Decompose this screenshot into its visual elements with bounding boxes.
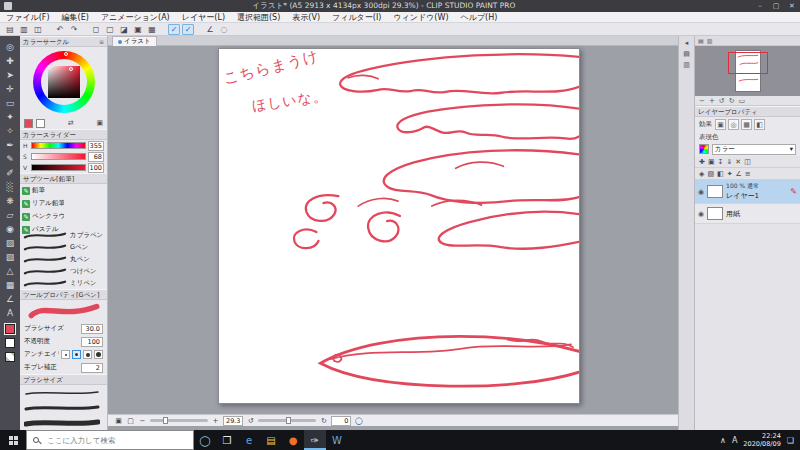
saturation-value[interactable]: 68 — [88, 152, 104, 162]
start-button[interactable] — [0, 430, 26, 450]
swap-colors-icon[interactable]: ⇄ — [68, 119, 74, 127]
layer-move-tool[interactable]: ✛ — [2, 82, 18, 96]
blend-tool[interactable]: ◉ — [2, 222, 18, 236]
layer-row-selected[interactable]: ◉ 100 % 通常 レイヤー1 ✎ — [695, 180, 800, 204]
redo-button[interactable]: ↷ — [68, 24, 80, 35]
antialias-strong-button[interactable] — [94, 350, 103, 359]
subtool-header[interactable]: サブツール[鉛筆] — [20, 173, 107, 184]
menu-item[interactable]: ウィンドウ(W) — [387, 12, 454, 23]
pen-subtool-item[interactable]: ミリペン — [20, 277, 107, 289]
sub-color-chip[interactable] — [5, 338, 15, 348]
open-file-button[interactable]: ▥ — [18, 24, 30, 35]
color-slider-header[interactable]: カラースライダー — [20, 129, 107, 140]
search-input[interactable] — [27, 431, 193, 449]
taskbar-firefox-icon[interactable]: ● — [282, 430, 304, 450]
notification-center-icon[interactable]: ❏ — [787, 436, 794, 445]
fit-to-screen-icon[interactable]: ▣ — [114, 417, 123, 425]
subtool-item[interactable]: ✎ 鉛筆 — [20, 184, 64, 197]
canvas-tab[interactable]: イラスト — [112, 36, 157, 46]
pen-tool[interactable]: ✒ — [2, 138, 18, 152]
ime-indicator[interactable]: A — [732, 436, 737, 445]
delete-layer-icon[interactable]: ✕ — [735, 158, 741, 166]
frame-border-tool[interactable]: ▦ — [2, 278, 18, 292]
zoom-tool[interactable]: ◎ — [2, 40, 18, 54]
pen-subtool-item[interactable]: カブラペン — [20, 229, 107, 241]
gradient-tool[interactable]: ▧ — [2, 250, 18, 264]
full-screen-icon[interactable]: ▢ — [126, 417, 135, 425]
taskbar-explorer-icon[interactable]: ▤ — [260, 430, 282, 450]
taskbar-task-view-icon[interactable]: ❐ — [216, 430, 238, 450]
material-panel-icon[interactable]: ▥ — [683, 61, 690, 69]
hue-slider[interactable] — [31, 142, 86, 149]
navigator-header[interactable]: ▤▥ — [695, 36, 800, 46]
selection-tool[interactable]: ▭ — [2, 96, 18, 110]
value-slider[interactable] — [31, 164, 86, 171]
save-button[interactable]: ◫ — [32, 24, 44, 35]
zoom-value[interactable]: 29.3 — [223, 416, 243, 426]
pen-subtool-item[interactable]: つけペン — [20, 265, 107, 277]
color-wheel-header[interactable]: カラーサークル ≡ — [20, 36, 107, 47]
reference-layer-icon[interactable]: ✦ — [727, 170, 733, 178]
new-raster-layer-icon[interactable]: ✚ — [699, 158, 705, 166]
snap-to-special-ruler-toggle[interactable]: ✓ — [182, 24, 194, 35]
navigator-control-icon[interactable]: ↺ — [719, 97, 725, 105]
rotate-right-icon[interactable]: ↻ — [319, 417, 328, 425]
menu-item[interactable]: 表示(V) — [286, 12, 326, 23]
navigator-control-icon[interactable]: − — [699, 97, 705, 105]
zoom-out-icon[interactable]: − — [138, 417, 147, 425]
taskbar-clip-studio-icon[interactable]: ✑ — [304, 430, 326, 450]
expand-selection-button[interactable]: ▣ — [132, 24, 144, 35]
antialias-weak-button[interactable] — [72, 350, 81, 359]
zoom-slider[interactable] — [150, 419, 208, 422]
ruler-tool[interactable]: ∠ — [2, 292, 18, 306]
rotate-left-icon[interactable]: ↺ — [246, 417, 255, 425]
taskbar-clock[interactable]: 22:24 2020/08/09 — [743, 432, 780, 448]
layer-mask-icon[interactable]: ◫ — [744, 158, 751, 166]
invert-selection-button[interactable]: ◪ — [118, 24, 130, 35]
brush-tool[interactable]: ✐ — [2, 166, 18, 180]
taskbar-cortana-icon[interactable]: ◯ — [194, 430, 216, 450]
stabilization-value[interactable]: 2 — [81, 363, 103, 373]
navigator-view-frame[interactable] — [728, 52, 768, 74]
menu-item[interactable]: アニメーション(A) — [95, 12, 176, 23]
rotation-value[interactable]: 0 — [331, 416, 351, 426]
brush-size-option[interactable] — [20, 415, 107, 430]
deselect-button[interactable]: ▢ — [104, 24, 116, 35]
pen-subtool-item[interactable]: Gペン — [20, 241, 107, 253]
taskbar-word-icon[interactable]: W — [326, 430, 348, 450]
color-wheel[interactable] — [20, 47, 107, 117]
brush-size-option[interactable] — [20, 385, 107, 400]
fill-tool[interactable]: ▨ — [2, 236, 18, 250]
menu-item[interactable]: レイヤー(L) — [176, 12, 231, 23]
layer-property-header[interactable]: レイヤープロパティ — [695, 106, 800, 117]
figure-tool[interactable]: △ — [2, 264, 18, 278]
reset-view-icon[interactable]: ◯ — [354, 417, 363, 425]
ruler-snap-toggle[interactable]: ∠ — [204, 24, 216, 35]
opacity-value[interactable]: 100 — [81, 337, 103, 347]
navigator-control-icon[interactable]: + — [709, 97, 715, 105]
navigator-tab-icon[interactable]: ▤ — [698, 37, 704, 44]
auto-select-tool[interactable]: ✦ — [2, 110, 18, 124]
hue-value[interactable]: 355 — [88, 141, 104, 151]
navigator-tab-icon[interactable]: ▥ — [707, 37, 713, 44]
eyedropper-tool[interactable]: ✧ — [2, 124, 18, 138]
eraser-tool[interactable]: ▱ — [2, 208, 18, 222]
brush-size-option[interactable] — [20, 400, 107, 415]
effect-tone-icon[interactable]: ◎ — [728, 119, 739, 130]
panel-menu-icon[interactable]: ≡ — [99, 37, 104, 47]
value-value[interactable]: 100 — [88, 163, 104, 173]
menu-item[interactable]: ファイル(F) — [0, 12, 56, 23]
brush-size-value[interactable]: 30.0 — [81, 324, 103, 334]
undo-button[interactable]: ↶ — [54, 24, 66, 35]
collapse-panel-icon[interactable]: ◂ — [685, 39, 689, 47]
airbrush-tool[interactable]: ░ — [2, 180, 18, 194]
effect-border-icon[interactable]: ▣ — [715, 119, 726, 130]
ruler-icon[interactable]: ∠ — [736, 170, 742, 178]
zoom-in-icon[interactable]: + — [211, 417, 220, 425]
menu-item[interactable]: フィルター(I) — [326, 12, 387, 23]
clear-button[interactable]: ◻ — [90, 24, 102, 35]
maximize-button[interactable]: ▢ — [768, 0, 784, 12]
main-color-chip[interactable] — [5, 324, 15, 334]
lock-transparent-pixels-icon[interactable]: ▨ — [707, 170, 714, 178]
taskbar-search[interactable] — [26, 430, 194, 450]
